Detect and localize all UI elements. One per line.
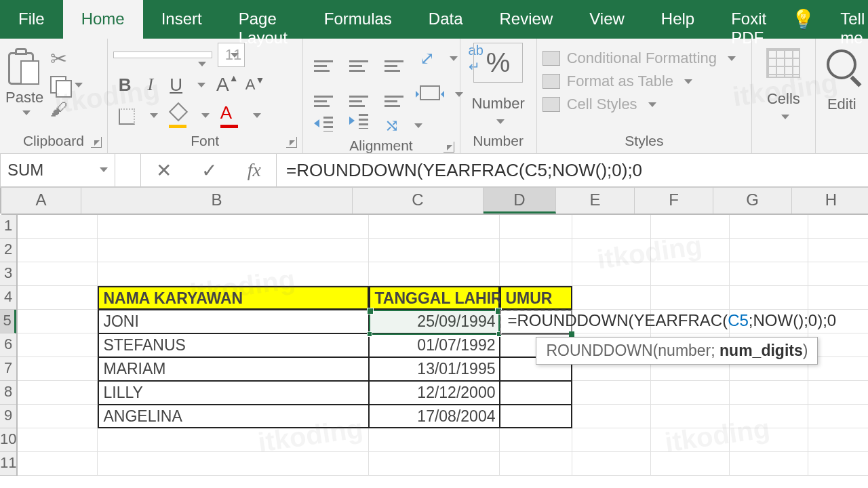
- row-header-9[interactable]: 9: [0, 405, 16, 428]
- chevron-down-icon[interactable]: [201, 113, 210, 118]
- align-middle-button[interactable]: [344, 46, 374, 72]
- table-header-dob[interactable]: TANGGAL LAHIR: [369, 286, 500, 310]
- cell-dob-2[interactable]: 13/01/1995: [369, 357, 500, 381]
- row-headers[interactable]: 1 2 3 4 5 6 7 8 9 10 11: [0, 215, 18, 476]
- chevron-down-icon[interactable]: [197, 83, 205, 87]
- tab-insert[interactable]: Insert: [143, 0, 220, 39]
- format-as-table-button[interactable]: Format as Table: [542, 70, 736, 93]
- paste-button[interactable]: Paste: [5, 43, 43, 133]
- chevron-down-icon[interactable]: [253, 113, 261, 118]
- cut-button[interactable]: ✂: [50, 47, 83, 70]
- copy-button[interactable]: [50, 76, 71, 94]
- cell-name-0[interactable]: JONI: [98, 310, 369, 333]
- cell-dob-3[interactable]: 12/12/2000: [369, 381, 500, 405]
- cell-age-4[interactable]: [500, 405, 572, 428]
- table-header-age[interactable]: UMUR: [500, 286, 572, 310]
- dialog-launcher-icon[interactable]: [443, 142, 454, 152]
- chevron-down-icon[interactable]: [75, 83, 83, 87]
- align-center-button[interactable]: [344, 81, 374, 107]
- chevron-down-icon[interactable]: [781, 115, 789, 119]
- decrease-indent-button[interactable]: [309, 115, 338, 136]
- percent-style-button[interactable]: %: [473, 43, 524, 83]
- chevron-down-icon[interactable]: [496, 119, 505, 124]
- merge-center-button[interactable]: [414, 84, 446, 105]
- chevron-down-icon[interactable]: [450, 56, 458, 61]
- col-header-F[interactable]: F: [635, 188, 713, 214]
- fill-color-button[interactable]: [163, 102, 192, 128]
- align-left-button[interactable]: [309, 81, 338, 107]
- orientation-alt-button[interactable]: ⤭: [379, 115, 405, 136]
- column-headers[interactable]: A B C D E F G H: [1, 188, 868, 215]
- cell-dob-0[interactable]: 25/09/1994: [369, 310, 500, 333]
- dialog-launcher-icon[interactable]: [286, 137, 297, 148]
- underline-button[interactable]: U: [164, 75, 188, 96]
- row-header-4[interactable]: 4: [0, 286, 16, 310]
- row-header-10[interactable]: 10: [0, 428, 16, 452]
- col-header-G[interactable]: G: [713, 188, 792, 214]
- cell-dob-1[interactable]: 01/07/1992: [369, 333, 500, 357]
- cells-button[interactable]: Cells: [767, 90, 800, 108]
- cell-name-1[interactable]: STEFANUS: [98, 333, 369, 357]
- tab-formulas[interactable]: Formulas: [306, 0, 410, 39]
- font-color-button[interactable]: A: [215, 102, 243, 128]
- name-box[interactable]: SUM: [0, 154, 115, 187]
- bold-button[interactable]: B: [113, 75, 137, 96]
- cell-styles-button[interactable]: Cell Styles: [542, 93, 736, 116]
- tab-home[interactable]: Home: [63, 0, 143, 39]
- col-header-E[interactable]: E: [556, 188, 635, 214]
- conditional-formatting-button[interactable]: Conditional Formatting: [542, 47, 736, 70]
- orientation-button[interactable]: ⤢: [414, 48, 440, 69]
- chevron-down-icon[interactable]: [22, 110, 31, 115]
- font-name-select[interactable]: [113, 52, 212, 58]
- tell-me-search[interactable]: Tell me: [822, 0, 868, 39]
- tab-view[interactable]: View: [571, 0, 643, 39]
- cell-grid[interactable]: NAMA KARYAWANTANGGAL LAHIRUMUR JONI25/09…: [18, 215, 868, 476]
- tab-data[interactable]: Data: [410, 0, 481, 39]
- chevron-down-icon: [648, 102, 656, 107]
- tab-page-layout[interactable]: Page Layout: [220, 0, 306, 39]
- cancel-formula-button[interactable]: ✕: [156, 159, 172, 182]
- cell-age-3[interactable]: [500, 381, 572, 405]
- editing-button[interactable]: Editi: [827, 96, 856, 113]
- chevron-down-icon[interactable]: [150, 113, 158, 118]
- cell-dob-4[interactable]: 17/08/2004: [369, 405, 500, 428]
- row-header-11[interactable]: 11: [0, 452, 16, 476]
- row-header-5[interactable]: 5: [0, 310, 16, 333]
- row-header-2[interactable]: 2: [0, 239, 16, 262]
- row-header-6[interactable]: 6: [0, 333, 16, 357]
- tab-file[interactable]: File: [0, 0, 63, 39]
- increase-indent-button[interactable]: [344, 114, 374, 138]
- table-header-name[interactable]: NAMA KARYAWAN: [98, 286, 369, 310]
- decrease-font-button[interactable]: A▼: [240, 76, 261, 94]
- insert-function-button[interactable]: fx: [248, 159, 261, 181]
- tab-help[interactable]: Help: [643, 0, 713, 39]
- borders-button[interactable]: [113, 105, 140, 126]
- cell-name-2[interactable]: MARIAM: [98, 357, 369, 381]
- italic-button[interactable]: I: [142, 75, 159, 95]
- enter-formula-button[interactable]: ✓: [201, 159, 217, 182]
- cell-name-3[interactable]: LILLY: [98, 381, 369, 405]
- row-header-1[interactable]: 1: [0, 215, 16, 239]
- chevron-down-icon[interactable]: [414, 123, 422, 128]
- format-painter-button[interactable]: 🖌: [50, 99, 83, 120]
- cell-name-4[interactable]: ANGELINA: [98, 405, 369, 428]
- name-box-history[interactable]: [115, 154, 141, 187]
- tab-foxit-pdf[interactable]: Foxit PDF: [713, 0, 785, 39]
- tab-review[interactable]: Review: [481, 0, 572, 39]
- col-header-B[interactable]: B: [81, 188, 353, 214]
- select-all-button[interactable]: [0, 188, 1, 214]
- font-size-select[interactable]: 11: [218, 43, 245, 67]
- col-header-D[interactable]: D: [484, 188, 556, 214]
- align-right-button[interactable]: [379, 81, 409, 107]
- col-header-A[interactable]: A: [1, 188, 81, 214]
- col-header-H[interactable]: H: [792, 188, 868, 214]
- col-header-C[interactable]: C: [353, 188, 484, 214]
- align-bottom-button[interactable]: [379, 46, 409, 72]
- increase-font-button[interactable]: A▲: [211, 74, 235, 96]
- formula-input[interactable]: [277, 154, 868, 187]
- align-top-button[interactable]: [309, 46, 338, 72]
- row-header-7[interactable]: 7: [0, 357, 16, 381]
- row-header-3[interactable]: 3: [0, 262, 16, 286]
- row-header-8[interactable]: 8: [0, 381, 16, 405]
- dialog-launcher-icon[interactable]: [91, 137, 102, 148]
